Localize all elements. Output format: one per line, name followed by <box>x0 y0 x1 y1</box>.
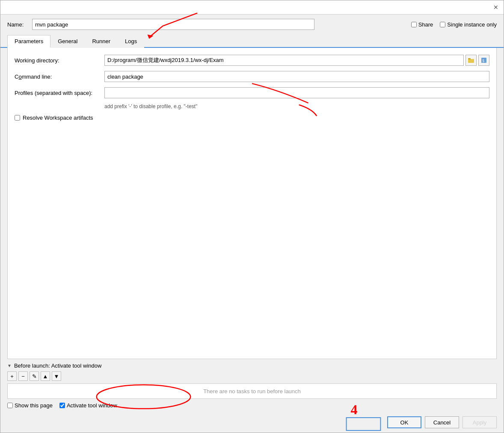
title-bar: ✕ <box>0 0 504 15</box>
move-task-down-button[interactable]: ▼ <box>52 371 61 381</box>
before-launch-header[interactable]: ▼ Before launch: Activate tool window <box>7 362 497 369</box>
command-line-input[interactable] <box>104 71 489 82</box>
move-task-up-button[interactable]: ▲ <box>41 371 50 381</box>
activate-window-checkbox[interactable] <box>59 403 65 408</box>
button-row: OK Cancel Apply <box>0 412 504 433</box>
tab-parameters[interactable]: Parameters <box>7 35 50 48</box>
working-directory-browse-btn[interactable] <box>465 55 477 66</box>
tab-content-parameters: Working directory: $ <box>7 48 497 359</box>
working-directory-row: Working directory: $ <box>15 55 489 66</box>
dialog-window: 4 ✕ Name: Share Single instance only Par… <box>0 0 504 433</box>
share-checkbox[interactable] <box>411 22 417 27</box>
svg-rect-5 <box>468 58 471 59</box>
tasks-area: There are no tasks to run before launch <box>7 383 497 399</box>
working-directory-variable-btn[interactable]: $ <box>478 55 489 66</box>
working-directory-wrap: $ <box>104 55 489 66</box>
svg-text:$: $ <box>482 59 484 63</box>
profiles-label: Profiles (separated with space): <box>15 90 104 96</box>
working-directory-input[interactable] <box>104 55 464 66</box>
before-launch-section: ▼ Before launch: Activate tool window + … <box>0 359 504 412</box>
tab-runner[interactable]: Runner <box>85 35 118 48</box>
add-task-button[interactable]: + <box>7 371 17 381</box>
command-line-row: Command line: <box>15 71 489 82</box>
share-checkbox-item: Share <box>411 21 433 28</box>
tab-logs[interactable]: Logs <box>118 35 144 48</box>
before-launch-triangle: ▼ <box>7 363 12 368</box>
header-checkboxes: Share Single instance only <box>411 21 497 28</box>
ok-button[interactable]: OK <box>387 416 421 428</box>
profiles-row: Profiles (separated with space): <box>15 87 489 98</box>
show-page-label: Show this page <box>15 402 53 409</box>
folder-icon <box>468 58 474 63</box>
activate-window-label: Activate tool window <box>67 402 117 409</box>
tab-general[interactable]: General <box>50 35 85 48</box>
name-row: Name: Share Single instance only <box>0 15 504 34</box>
before-launch-toolbar: + − ✎ ▲ ▼ <box>7 371 497 381</box>
command-line-wrap <box>104 71 489 82</box>
single-instance-checkbox[interactable] <box>440 22 445 27</box>
share-label: Share <box>418 21 433 28</box>
svg-rect-4 <box>468 59 474 63</box>
tabs-bar: Parameters General Runner Logs <box>0 34 504 48</box>
command-line-label: Command line: <box>15 74 104 80</box>
apply-button[interactable]: Apply <box>462 416 497 428</box>
profiles-wrap <box>104 87 489 98</box>
resolve-workspace-checkbox[interactable] <box>15 115 20 121</box>
name-input[interactable] <box>32 19 314 30</box>
cancel-button[interactable]: Cancel <box>425 416 459 428</box>
profiles-input[interactable] <box>104 87 489 98</box>
activate-window-checkbox-item: Activate tool window <box>59 402 117 409</box>
profiles-hint: add prefix '-' to disable profile, e.g. … <box>104 103 489 109</box>
variable-icon: $ <box>481 57 487 63</box>
single-instance-label: Single instance only <box>447 21 497 28</box>
edit-task-button[interactable]: ✎ <box>30 371 39 381</box>
bottom-checkboxes: Show this page Activate tool window <box>7 402 497 409</box>
remove-task-button[interactable]: − <box>18 371 28 381</box>
before-launch-title: Before launch: Activate tool window <box>14 362 102 369</box>
show-page-checkbox[interactable] <box>7 403 13 408</box>
resolve-workspace-label: Resolve Workspace artifacts <box>23 115 93 121</box>
single-instance-checkbox-item: Single instance only <box>440 21 497 28</box>
resolve-workspace-row: Resolve Workspace artifacts <box>15 115 489 121</box>
working-directory-label: Working directory: <box>15 57 104 64</box>
no-tasks-label: There are no tasks to run before launch <box>203 388 301 395</box>
close-button[interactable]: ✕ <box>491 2 501 12</box>
name-label: Name: <box>7 21 29 28</box>
show-page-checkbox-item: Show this page <box>7 402 53 409</box>
